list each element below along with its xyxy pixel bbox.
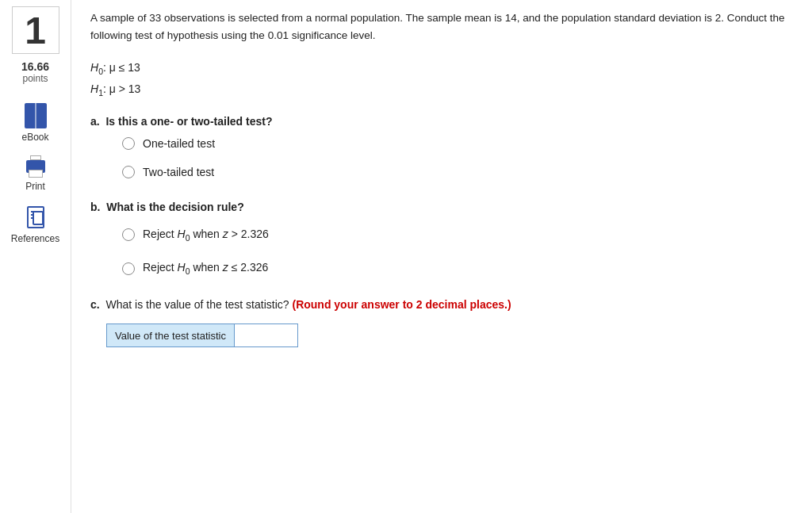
reject-greater-label: Reject H0 when z > 2.326 bbox=[143, 228, 269, 243]
option-reject-leq[interactable]: Reject H0 when z ≤ 2.326 bbox=[122, 261, 793, 276]
answer-input-row: Value of the test statistic bbox=[106, 323, 793, 347]
radio-reject-greater[interactable] bbox=[122, 228, 135, 241]
one-tailed-label: One-tailed test bbox=[143, 137, 215, 150]
points-label: points bbox=[21, 73, 49, 84]
references-label: References bbox=[11, 233, 59, 244]
hypothesis-block: H0: μ ≤ 13 H1: μ > 13 bbox=[90, 58, 793, 100]
points-box: 16.66 points bbox=[21, 60, 49, 84]
ebook-button[interactable]: eBook bbox=[6, 97, 65, 149]
option-two-tailed[interactable]: Two-tailed test bbox=[122, 166, 793, 178]
print-button[interactable]: Print bbox=[6, 149, 65, 198]
question-number: 1 bbox=[12, 6, 59, 54]
print-icon bbox=[25, 155, 47, 178]
part-b-label: b. What is the decision rule? bbox=[90, 201, 793, 213]
ebook-label: eBook bbox=[21, 132, 48, 143]
part-b-radio-group: Reject H0 when z > 2.326 Reject H0 when … bbox=[122, 228, 793, 277]
sidebar: 1 16.66 points eBook Print References bbox=[0, 0, 71, 513]
h0-text: H0: μ ≤ 13 bbox=[90, 58, 793, 79]
references-icon bbox=[25, 205, 47, 230]
radio-two-tailed[interactable] bbox=[122, 166, 135, 178]
radio-reject-leq[interactable] bbox=[122, 262, 135, 275]
h1-text: H1: μ > 13 bbox=[90, 79, 793, 101]
print-label: Print bbox=[25, 181, 45, 192]
main-content: A sample of 33 observations is selected … bbox=[71, 0, 812, 513]
reject-leq-label: Reject H0 when z ≤ 2.326 bbox=[143, 261, 268, 276]
option-reject-greater[interactable]: Reject H0 when z > 2.326 bbox=[122, 228, 793, 243]
part-a-section: a. Is this a one- or two-tailed test? On… bbox=[90, 115, 793, 178]
answer-label-box: Value of the test statistic bbox=[106, 323, 235, 347]
part-c-section: c. What is the value of the test statist… bbox=[90, 298, 793, 347]
part-b-section: b. What is the decision rule? Reject H0 … bbox=[90, 201, 793, 277]
test-statistic-input[interactable] bbox=[235, 323, 298, 347]
radio-one-tailed[interactable] bbox=[122, 137, 135, 150]
option-one-tailed[interactable]: One-tailed test bbox=[122, 137, 793, 150]
ebook-icon bbox=[25, 103, 47, 128]
references-button[interactable]: References bbox=[6, 198, 65, 251]
problem-description: A sample of 33 observations is selected … bbox=[90, 10, 793, 44]
two-tailed-label: Two-tailed test bbox=[143, 166, 214, 178]
part-c-question: c. What is the value of the test statist… bbox=[90, 298, 793, 311]
part-a-label: a. Is this a one- or two-tailed test? bbox=[90, 115, 793, 128]
part-c-emphasis: (Round your answer to 2 decimal places.) bbox=[292, 298, 511, 311]
part-a-radio-group: One-tailed test Two-tailed test bbox=[122, 137, 793, 178]
points-value: 16.66 bbox=[21, 60, 49, 73]
